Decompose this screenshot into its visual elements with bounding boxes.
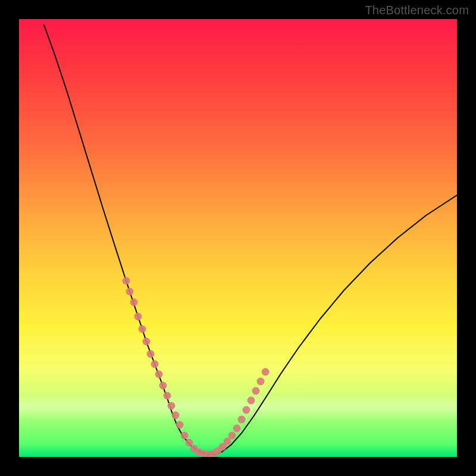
highlight-dot xyxy=(252,387,260,395)
highlight-dot xyxy=(262,368,270,376)
highlight-dot xyxy=(159,382,167,390)
highlight-dot xyxy=(151,361,159,368)
highlight-dot xyxy=(228,432,236,440)
highlight-dot xyxy=(139,325,146,333)
highlight-dot xyxy=(143,338,151,346)
bottleneck-curve xyxy=(44,25,457,455)
highlight-dot xyxy=(155,371,163,378)
highlight-dot xyxy=(243,406,250,414)
highlight-dot xyxy=(172,412,180,419)
highlight-dot xyxy=(130,299,138,306)
highlight-dot xyxy=(233,425,241,433)
plot-area xyxy=(19,19,457,457)
highlight-dot xyxy=(134,313,142,321)
highlight-dot xyxy=(181,432,189,440)
highlight-dot xyxy=(123,277,130,285)
watermark-text: TheBottleneck.com xyxy=(365,4,469,17)
chart-canvas: TheBottleneck.com xyxy=(0,0,476,476)
highlight-dot xyxy=(147,350,155,358)
highlight-dot xyxy=(168,402,176,410)
highlight-dot xyxy=(126,288,134,296)
highlight-dot xyxy=(248,397,255,405)
highlight-dot xyxy=(176,421,184,429)
highlight-dot xyxy=(164,392,171,400)
highlight-dot xyxy=(257,378,265,386)
curve-layer xyxy=(19,19,457,457)
highlight-dot xyxy=(238,416,246,424)
